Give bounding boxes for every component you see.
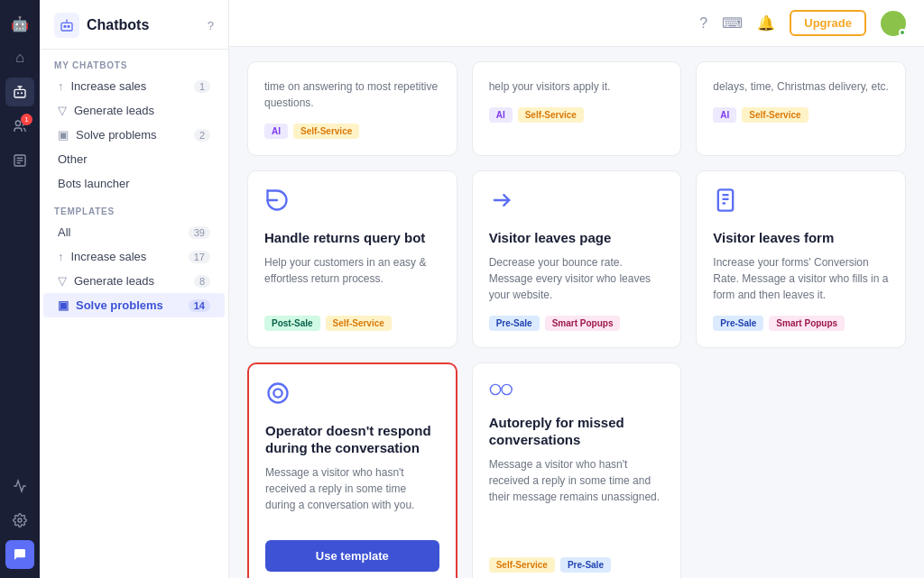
sidebar-item-bots-launcher[interactable]: Bots launcher (43, 171, 225, 196)
cards-area: time on answering to most repetitive que… (229, 47, 924, 578)
generate-leads-icon: ▽ (58, 104, 67, 117)
returns-tags: Post-Sale Self-Service (264, 316, 440, 331)
templates-label: TEMPLATES (40, 196, 228, 220)
user-avatar[interactable] (881, 11, 906, 36)
svg-point-16 (269, 383, 288, 402)
all-label: All (58, 225, 70, 239)
all-count: 39 (189, 226, 210, 239)
card-autoreply: Autoreply for missed conversations Messa… (472, 362, 682, 579)
sidebar-item-other[interactable]: Other (43, 147, 225, 171)
card-visitor-leaves-page: Visitor leaves page Decrease your bounce… (472, 170, 682, 348)
bots-launcher-label: Bots launcher (58, 177, 130, 190)
sidebar-title: Chatbots (87, 17, 149, 33)
help-icon[interactable]: ? (208, 19, 214, 32)
tag-pre-sale: Pre-Sale (489, 316, 540, 331)
analytics-icon[interactable] (5, 472, 34, 500)
question-icon[interactable]: ? (699, 15, 707, 32)
returns-icon (264, 188, 440, 218)
sidebar-item-tpl-generate-leads[interactable]: ▽ Generate leads 8 (43, 269, 225, 293)
visitor-form-title: Visitor leaves form (713, 229, 889, 247)
solve-problems-icon: ▣ (58, 128, 69, 142)
sidebar-header: Chatbots ? (40, 0, 228, 50)
upgrade-button[interactable]: Upgrade (790, 10, 866, 36)
visitor-form-icon (713, 188, 889, 218)
partial-cards-row: time on answering to most repetitive que… (247, 61, 906, 156)
partial-card-2-tags: AI Self-Service (489, 107, 665, 123)
svg-point-2 (21, 92, 23, 94)
visitor-page-tags: Pre-Sale Smart Popups (489, 316, 665, 331)
sidebar-item-increase-sales[interactable]: ↑ Increase sales 1 (43, 74, 225, 98)
sidebar-item-generate-leads[interactable]: ▽ Generate leads (43, 98, 225, 123)
tpl-solve-count: 14 (189, 299, 210, 312)
chat-fab-icon[interactable] (5, 540, 34, 569)
solve-problems-label: Solve problems (76, 128, 157, 142)
tpl-solve-label: Solve problems (76, 298, 163, 312)
svg-point-1 (17, 92, 19, 94)
partial-card-3: delays, time, Christmas delivery, etc. A… (696, 61, 906, 156)
contacts-icon[interactable]: 1 (5, 112, 34, 141)
my-chatbots-label: MY CHATBOTS (40, 50, 228, 74)
tpl-solve-icon: ▣ (58, 298, 69, 312)
cards-row-2: Handle returns query bot Help your custo… (247, 170, 906, 348)
increase-sales-count: 1 (194, 80, 210, 93)
svg-point-17 (273, 389, 282, 397)
partial-card-3-tags: AI Self-Service (713, 107, 889, 123)
bell-icon[interactable]: 🔔 (757, 14, 775, 32)
partial-card-1: time on answering to most repetitive que… (247, 61, 457, 156)
tpl-increase-icon: ↑ (58, 250, 64, 263)
tag-self-service-4: Self-Service (326, 316, 392, 331)
returns-title: Handle returns query bot (264, 229, 440, 247)
nav-sidebar: Chatbots ? MY CHATBOTS ↑ Increase sales … (40, 0, 229, 578)
svg-point-11 (68, 25, 69, 27)
sidebar-item-solve-problems[interactable]: ▣ Solve problems 2 (43, 123, 225, 147)
use-template-button[interactable]: Use template (265, 540, 439, 572)
tag-self-service-3: Self-Service (742, 107, 808, 123)
card-visitor-leaves-form: Visitor leaves form Increase your forms'… (696, 170, 906, 348)
home-icon[interactable]: ⌂ (5, 43, 34, 72)
tpl-leads-icon: ▽ (58, 274, 67, 288)
visitor-page-icon (489, 188, 665, 218)
tag-self-service: Self-Service (293, 124, 359, 139)
autoreply-tags: Self-Service Pre-Sale (489, 557, 665, 573)
visitor-form-tags: Pre-Sale Smart Popups (713, 316, 889, 331)
visitor-form-desc: Increase your forms' Conversion Rate. Me… (713, 254, 889, 303)
svg-point-19 (502, 384, 512, 394)
increase-sales-label: Increase sales (71, 79, 147, 93)
tpl-increase-label: Increase sales (71, 250, 147, 263)
logo-icon[interactable]: 🤖 (5, 9, 34, 38)
keyboard-icon[interactable]: ⌨ (722, 14, 743, 32)
tpl-increase-count: 17 (189, 251, 210, 263)
operator-desc: Message a visitor who hasn't received a … (265, 464, 439, 513)
svg-point-10 (64, 25, 66, 27)
autoreply-desc: Message a visitor who hasn't received a … (489, 456, 665, 545)
tag-post-sale: Post-Sale (264, 316, 320, 331)
tag-ai-3: AI (713, 107, 736, 123)
bot-nav-icon[interactable] (5, 78, 34, 106)
sidebar-item-tpl-increase-sales[interactable]: ↑ Increase sales 17 (43, 244, 225, 269)
svg-rect-9 (61, 23, 72, 31)
main-content: ? ⌨ 🔔 Upgrade time on answering to most … (229, 0, 924, 578)
sidebar-item-all[interactable]: All 39 (43, 220, 225, 244)
tag-self-service-5: Self-Service (489, 557, 555, 573)
autoreply-icon (489, 380, 665, 403)
solve-problems-count: 2 (194, 129, 210, 142)
icon-sidebar: 🤖 ⌂ 1 (0, 0, 40, 578)
settings-icon[interactable] (5, 506, 34, 535)
visitor-page-desc: Decrease your bounce rate. Message every… (489, 254, 665, 303)
card-operator-no-respond: Operator doesn't respond during the conv… (247, 362, 457, 579)
tag-self-service-2: Self-Service (518, 107, 584, 123)
main-header: ? ⌨ 🔔 Upgrade (229, 0, 924, 47)
partial-card-1-desc: time on answering to most repetitive que… (264, 78, 440, 111)
cards-row-3: Operator doesn't respond during the conv… (247, 362, 906, 579)
reports-icon[interactable] (5, 146, 34, 175)
partial-card-1-tags: AI Self-Service (264, 124, 440, 139)
tpl-leads-count: 8 (194, 275, 210, 288)
increase-sales-icon: ↑ (58, 79, 64, 93)
sidebar-item-tpl-solve-problems[interactable]: ▣ Solve problems 14 (43, 293, 225, 317)
chatbots-logo (54, 13, 79, 38)
operator-title: Operator doesn't respond during the conv… (265, 422, 439, 457)
visitor-page-title: Visitor leaves page (489, 229, 665, 247)
svg-rect-0 (14, 89, 25, 97)
partial-card-3-desc: delays, time, Christmas delivery, etc. (713, 78, 889, 95)
generate-leads-label: Generate leads (74, 104, 154, 117)
